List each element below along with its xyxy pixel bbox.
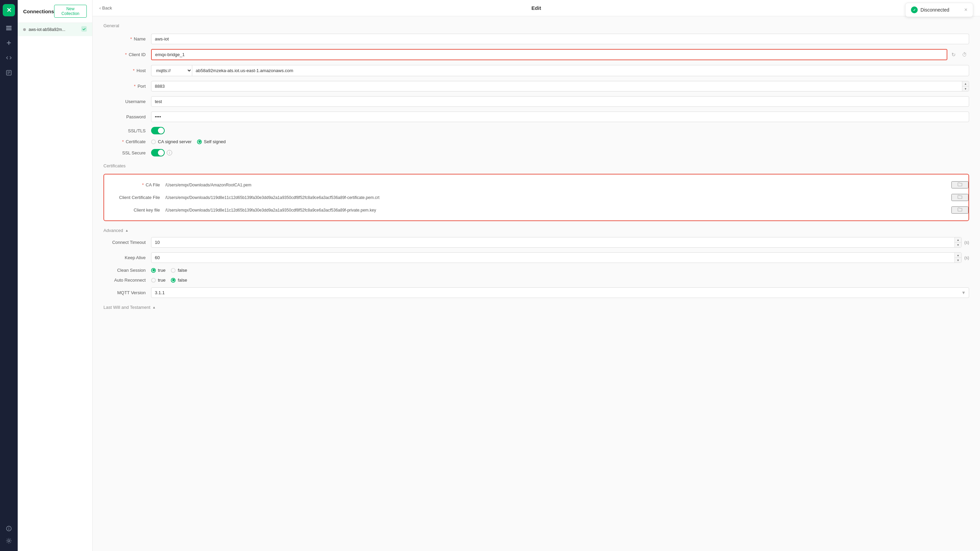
app-logo[interactable]: ✕ [3,4,15,16]
client-cert-browse-button[interactable] [951,194,969,201]
connection-item[interactable]: aws-iot·ab58a92m... [18,23,92,36]
mqtt-version-select[interactable]: 3.1.1 3.1 5.0 [151,287,969,298]
auto-reconnect-false-radio[interactable]: false [171,278,187,283]
username-input[interactable] [151,96,969,107]
advanced-section-header[interactable]: Advanced ▲ [103,228,969,233]
keep-alive-input[interactable] [151,252,962,263]
ca-file-browse-button[interactable] [951,181,969,189]
sidebar-item-add[interactable] [3,37,15,49]
close-banner-button[interactable]: × [964,7,967,13]
host-protocol-select[interactable]: mqtts:// mqtt:// wss:// ws:// [151,65,192,76]
port-arrows: ▲ ▼ [962,81,969,91]
connect-timeout-input[interactable] [151,237,962,248]
ca-file-value: /Users/emqx/Downloads/AmazonRootCA1.pem [165,183,951,187]
client-key-browse-button[interactable] [951,206,969,214]
topbar: ‹ Back Edit Connect ✓ Disconnected × [92,0,980,16]
folder-icon-2 [958,195,962,199]
last-will-header[interactable]: Last Will and Testament ▲ [103,305,969,310]
svg-rect-13 [81,26,87,32]
sidebar-item-settings[interactable] [3,535,15,547]
last-will-section: Last Will and Testament ▲ [103,305,969,310]
copy-client-id-button[interactable]: ⏱ [960,52,969,57]
auto-reconnect-true-circle [151,278,156,283]
advanced-title: Advanced [103,228,123,233]
folder-icon-3 [958,207,962,212]
settings-icon [6,538,12,544]
clean-session-false-radio[interactable]: false [171,268,187,273]
keep-alive-up-button[interactable]: ▲ [955,253,961,258]
back-label: Back [102,5,112,11]
keep-alive-label: Keep Alive [103,255,151,260]
keep-alive-down-button[interactable]: ▼ [955,258,961,263]
self-signed-label: Self signed [204,139,226,144]
ssl-tls-toggle[interactable] [151,127,165,134]
port-up-button[interactable]: ▲ [962,81,969,86]
connect-timeout-down-button[interactable]: ▼ [955,243,961,247]
auto-reconnect-true-label: true [158,278,165,283]
code-icon [6,55,12,61]
ca-file-label: * CA File [104,182,165,187]
refresh-client-id-button[interactable]: ↻ [950,52,958,58]
port-down-button[interactable]: ▼ [962,86,969,91]
auto-reconnect-false-label: false [178,278,187,283]
password-input[interactable] [151,111,969,122]
logo-icon: ✕ [6,6,11,14]
host-value-input[interactable] [192,65,969,76]
sidebar-item-connections[interactable] [3,22,15,34]
clean-session-false-label: false [178,268,187,273]
password-row: Password [103,111,969,122]
disconnected-text: Disconnected [920,7,959,13]
host-label: * Host [103,68,151,73]
username-label: Username [103,99,151,104]
ssl-tls-row: SSL/TLS [103,127,969,134]
new-collection-button[interactable]: New Collection [54,5,87,18]
connection-name: aws-iot·ab58a92m... [29,27,65,32]
connection-status-dot [23,28,26,31]
port-input-wrapper: ▲ ▼ [151,81,969,92]
ca-signed-radio[interactable]: CA signed server [151,139,192,144]
general-section-title: General [103,23,969,28]
self-signed-radio[interactable]: Self signed [197,139,226,144]
last-will-title: Last Will and Testament [103,305,150,310]
back-button[interactable]: ‹ Back [99,5,112,11]
port-input[interactable] [151,81,969,92]
client-id-input[interactable] [152,50,947,60]
ssl-secure-row: SSL Secure i [103,149,969,156]
add-icon [6,40,12,46]
keep-alive-unit: (s) [962,256,969,260]
mqtt-version-label: MQTT Version [103,290,151,295]
client-cert-row: Client Certificate File /Users/emqx/Down… [104,191,969,204]
connect-timeout-up-button[interactable]: ▲ [955,237,961,243]
ssl-secure-info-icon[interactable]: i [167,150,172,156]
ca-signed-label: CA signed server [158,139,192,144]
clean-session-false-circle [171,268,176,273]
svg-rect-2 [6,29,11,30]
sidebar-item-scripts[interactable] [3,67,15,79]
port-label: * Port [103,84,151,89]
ca-file-row: * CA File /Users/emqx/Downloads/AmazonRo… [104,179,969,191]
main-area: ‹ Back Edit Connect ✓ Disconnected × Gen… [92,0,980,551]
sidebar-item-info[interactable] [3,522,15,535]
clean-session-label: Clean Session [103,268,151,273]
keep-alive-row: Keep Alive ▲ ▼ (s) [103,252,969,263]
clean-session-true-radio[interactable]: true [151,268,165,273]
clean-session-true-circle [151,268,156,273]
connection-badge-icon [81,26,87,32]
ssl-tls-label: SSL/TLS [103,128,151,133]
ca-signed-radio-circle [151,140,156,144]
connect-timeout-row: Connect Timeout ▲ ▼ (s) [103,237,969,248]
client-key-label: Client key file [104,208,165,213]
keep-alive-arrows: ▲ ▼ [955,253,961,263]
left-panel-header: Connections New Collection [18,0,92,23]
client-key-value: /Users/emqx/Downloads/119d8e11c12d65b139… [165,208,951,213]
sidebar-item-code[interactable] [3,52,15,64]
svg-point-12 [8,540,10,542]
disconnected-status-icon: ✓ [911,6,918,13]
auto-reconnect-false-circle [171,278,176,283]
port-row: * Port ▲ ▼ [103,81,969,92]
name-input[interactable] [151,34,969,44]
certificates-box: * CA File /Users/emqx/Downloads/AmazonRo… [103,174,969,221]
ssl-secure-toggle[interactable] [151,149,165,156]
auto-reconnect-true-radio[interactable]: true [151,278,165,283]
auto-reconnect-row: Auto Reconnect true false [103,278,969,283]
